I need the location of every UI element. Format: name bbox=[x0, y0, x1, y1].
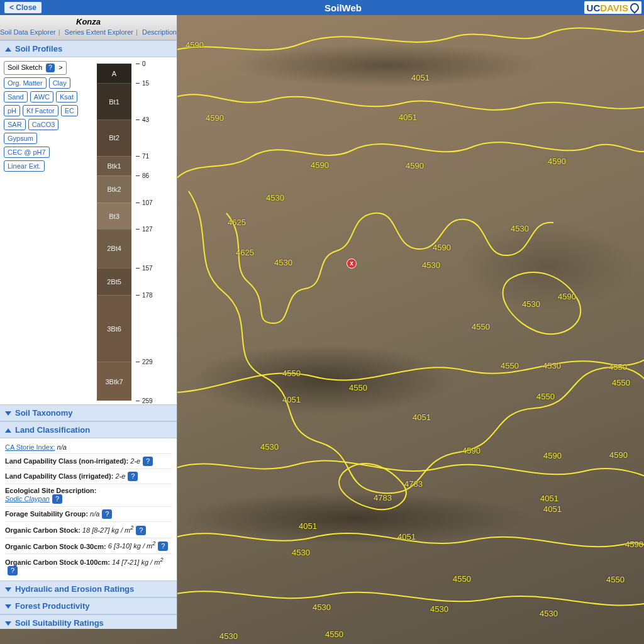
section-suitability[interactable]: Soil Suitability Ratings bbox=[0, 614, 177, 629]
expand-icon bbox=[5, 621, 11, 626]
side-panel: Konza Soil Data Explorer| Series Extent … bbox=[0, 15, 177, 629]
help-icon[interactable]: ? bbox=[136, 526, 146, 535]
chip-gypsum[interactable]: Gypsum bbox=[4, 133, 37, 144]
link-ca-storie[interactable]: CA Storie Index: bbox=[5, 443, 55, 451]
horizon-3Bt6: 3Bt6 bbox=[97, 295, 131, 362]
chip-org-matter[interactable]: Org. Matter bbox=[4, 77, 47, 89]
close-button[interactable]: < Close bbox=[4, 1, 42, 14]
series-header: Konza Soil Data Explorer| Series Extent … bbox=[0, 15, 177, 40]
link-ecological-site[interactable]: Sodic Claypan bbox=[5, 495, 50, 502]
help-icon[interactable]: ? bbox=[128, 472, 138, 481]
horizon-Bt3: Bt3 bbox=[97, 203, 131, 228]
horizon-Bt2: Bt2 bbox=[97, 119, 131, 156]
depth-tick: 71 bbox=[136, 156, 140, 157]
depth-tick: 107 bbox=[136, 203, 140, 203]
tab-data-explorer[interactable]: Soil Data Explorer bbox=[0, 28, 56, 36]
horizon-Bt1: Bt1 bbox=[97, 83, 131, 119]
chip-ec[interactable]: EC bbox=[61, 105, 78, 116]
section-soil-profiles[interactable]: Soil Profiles bbox=[0, 40, 177, 57]
horizon-3Btk7: 3Btk7 bbox=[97, 362, 131, 401]
section-land-classification[interactable]: Land Classification bbox=[0, 421, 177, 438]
horizon-2Bt4: 2Bt4 bbox=[97, 229, 131, 268]
property-chips: Soil Sketch ? > Org. MatterClaySandAWCKs… bbox=[4, 61, 79, 401]
help-icon[interactable]: ? bbox=[102, 509, 112, 519]
query-point-marker: x bbox=[347, 258, 357, 269]
depth-tick: 43 bbox=[136, 119, 140, 120]
expand-icon bbox=[5, 587, 11, 592]
tab-description[interactable]: Description bbox=[142, 28, 177, 36]
chip-sand[interactable]: Sand bbox=[4, 91, 28, 103]
help-icon[interactable]: ? bbox=[46, 64, 55, 72]
depth-tick: 15 bbox=[136, 83, 140, 84]
depth-tick: 229 bbox=[136, 362, 140, 362]
depth-tick: 157 bbox=[136, 268, 140, 269]
horizon-Btk1: Btk1 bbox=[97, 156, 131, 175]
ucdavis-logo: UCDAVIS bbox=[584, 1, 641, 14]
help-icon[interactable]: ? bbox=[158, 541, 168, 551]
top-bar: < Close SoilWeb UCDAVIS bbox=[0, 0, 644, 15]
soil-profile-column: ABt1Bt2Btk1Btk2Bt32Bt42Bt53Bt63Btk7 bbox=[97, 64, 131, 401]
depth-tick: 259 bbox=[136, 401, 140, 401]
collapse-icon bbox=[5, 428, 11, 433]
expand-icon bbox=[5, 604, 11, 609]
app-title: SoilWeb bbox=[42, 3, 644, 13]
horizon-A: A bbox=[97, 64, 131, 83]
chip-ksat[interactable]: Ksat bbox=[56, 91, 77, 103]
chip-awc[interactable]: AWC bbox=[30, 91, 53, 103]
water-drop-icon bbox=[628, 1, 641, 14]
expand-icon bbox=[5, 411, 11, 416]
horizon-Btk2: Btk2 bbox=[97, 175, 131, 203]
help-icon[interactable]: ? bbox=[143, 457, 153, 466]
section-hydraulic[interactable]: Hydraulic and Erosion Ratings bbox=[0, 580, 177, 597]
help-icon[interactable]: ? bbox=[52, 494, 62, 504]
land-classification-body: CA Storie Index: n/a Land Capability Cla… bbox=[0, 438, 177, 580]
tab-extent-explorer[interactable]: Series Extent Explorer bbox=[65, 28, 133, 36]
collapse-icon bbox=[5, 47, 11, 52]
chip-linear-ext-[interactable]: Linear Ext. bbox=[4, 160, 45, 172]
section-forest[interactable]: Forest Productivity bbox=[0, 597, 177, 614]
chip-clay[interactable]: Clay bbox=[49, 77, 70, 89]
chip-kf-factor[interactable]: Kf Factor bbox=[23, 105, 58, 116]
series-tabs: Soil Data Explorer| Series Extent Explor… bbox=[0, 26, 177, 38]
help-icon[interactable]: ? bbox=[8, 566, 18, 575]
chip-ph[interactable]: pH bbox=[4, 105, 20, 116]
depth-tick: 127 bbox=[136, 229, 140, 230]
depth-tick: 0 bbox=[136, 64, 140, 64]
chip-sar[interactable]: SAR bbox=[4, 119, 26, 130]
chip-cec-ph7[interactable]: CEC @ pH7 bbox=[4, 147, 50, 158]
series-name: Konza bbox=[76, 17, 101, 26]
chip-caco3[interactable]: CaCO3 bbox=[28, 119, 59, 130]
depth-tick: 86 bbox=[136, 175, 140, 176]
horizon-2Bt5: 2Bt5 bbox=[97, 268, 131, 295]
depth-tick: 178 bbox=[136, 295, 140, 296]
chip-soil-sketch[interactable]: Soil Sketch ? > bbox=[4, 61, 67, 75]
section-soil-taxonomy[interactable]: Soil Taxonomy bbox=[0, 404, 177, 421]
